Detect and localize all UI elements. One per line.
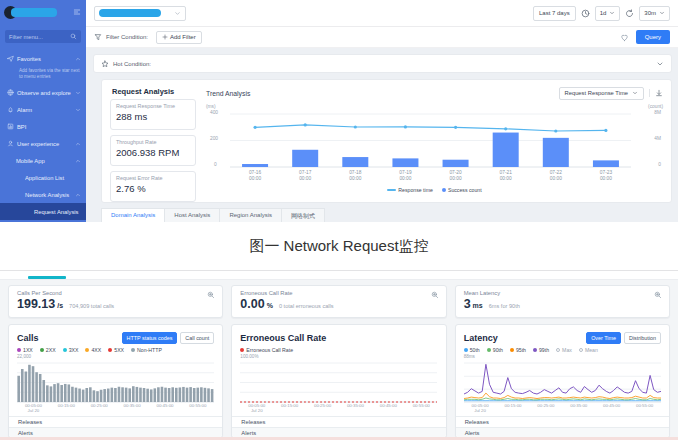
legend-item-non-http[interactable]: Non-HTTP <box>131 347 162 353</box>
legend-label: 1XX <box>23 347 33 353</box>
legend-item-5xx[interactable]: 5XX <box>108 347 124 353</box>
chevron-down-icon <box>75 107 81 113</box>
legend-item-50th[interactable]: 50th <box>464 347 480 353</box>
tab-host-analysis[interactable]: Host Analysis <box>165 208 220 222</box>
stat-title: Calls Per Second <box>17 290 214 296</box>
sidebar-collapse-icon[interactable] <box>73 8 81 16</box>
call-count-button[interactable]: Call count <box>180 332 214 344</box>
sidebar-menu: FavoritesAdd favorites via the star next… <box>0 50 86 220</box>
sidebar-item-bpi[interactable]: BPI <box>0 118 86 135</box>
legend-dot-marker <box>240 348 244 352</box>
stat-title: Erroneous Call Rate <box>240 290 437 296</box>
zoom-in-icon[interactable] <box>431 291 439 299</box>
legend-dot-marker <box>85 348 89 352</box>
sidebar-item-user-experience[interactable]: User experience <box>0 135 86 152</box>
add-filter-button[interactable]: Add Filter <box>156 31 202 44</box>
legend-item-4xx[interactable]: 4XX <box>85 347 101 353</box>
chevron-down-icon <box>659 10 665 16</box>
legend-label: 50th <box>470 347 480 353</box>
sidebar-header <box>0 0 86 26</box>
query-button[interactable]: Query <box>636 30 670 44</box>
hot-condition-bar[interactable]: Hot Condition: <box>93 54 672 73</box>
clock-icon[interactable] <box>581 9 590 18</box>
zoom-in-icon[interactable] <box>654 291 662 299</box>
x-tick: 00:15:00 <box>497 403 530 415</box>
panel-title: Calls <box>17 333 39 343</box>
legend-item-max[interactable]: Max <box>556 347 572 353</box>
radio-icon <box>579 348 583 352</box>
sidebar-item-alarm[interactable]: Alarm <box>0 101 86 118</box>
annotation-row-releases[interactable]: Releases <box>9 416 222 427</box>
legend-item-2xx[interactable]: 2XX <box>40 347 56 353</box>
legend-item-erroneous-call-rate[interactable]: Erroneous Call Rate <box>240 347 293 353</box>
sidebar-item-label: Request Analysis <box>34 209 81 215</box>
legend-label: Mean <box>585 347 598 353</box>
refresh-interval-value: 30m <box>644 10 656 16</box>
metric-request-error-rate: Request Error Rate 2.76 % <box>110 171 196 202</box>
y-tick: 0 <box>214 162 217 167</box>
erroneous-legend: Erroneous Call Rate <box>240 345 437 354</box>
over-time-button[interactable]: Over Time <box>586 332 621 344</box>
x-tick: 07-2300:00 <box>581 170 631 182</box>
sidebar-item-application-list[interactable]: Application List <box>0 169 86 186</box>
refresh-interval-select[interactable]: 30m <box>639 6 670 21</box>
stat-value: 199.13 <box>17 297 55 311</box>
legend-item-response-time[interactable]: Response time <box>387 187 433 193</box>
summary-stats-row: Calls Per Second 199.13 /s 704,909 total… <box>0 280 678 318</box>
legend-dot-marker <box>487 348 491 352</box>
granularity-select[interactable]: 1d <box>595 6 621 21</box>
stat-unit: % <box>267 302 273 309</box>
tab-region-analysis[interactable]: Region Analysis <box>220 208 282 222</box>
main-area: Last 7 days 1d 30m Filter Condition: <box>86 0 678 222</box>
metric-label: Request Response Time <box>116 103 190 109</box>
legend-item-success-count[interactable]: Success count <box>442 187 482 193</box>
globe-icon <box>7 89 14 96</box>
panel-title: Erroneous Call Rate <box>240 333 326 343</box>
stat-unit: /s <box>57 302 63 309</box>
legend-dot-marker <box>464 348 468 352</box>
metric-throughput-rate: Throughput Rate 2006.938 RPM <box>110 135 196 166</box>
filter-menu-placeholder: Filter menu... <box>9 34 43 40</box>
tab-domain-analysis[interactable]: Domain Analysis <box>101 208 165 222</box>
legend-item-3xx[interactable]: 3XX <box>63 347 79 353</box>
x-tick: 00:15:00 <box>273 403 306 415</box>
legend-dot-marker <box>40 348 44 352</box>
x-tick: 00:45:00 <box>595 403 628 415</box>
legend-item-95th[interactable]: 95th <box>510 347 526 353</box>
plus-icon <box>162 34 168 40</box>
legend-item-99th[interactable]: 99th <box>533 347 549 353</box>
annotation-row-releases[interactable]: Releases <box>456 416 669 427</box>
chart-panels-row: Calls HTTP status codes Call count 1XX2X… <box>0 318 678 438</box>
sidebar-item-favorites[interactable]: Favorites <box>0 50 86 67</box>
sidebar-item-request-analysis[interactable]: Request Analysis <box>0 203 86 220</box>
download-icon[interactable] <box>649 89 663 97</box>
metric-request-response-time: Request Response Time 288 ms <box>110 99 196 130</box>
tab-item[interactable]: 网络制式 <box>282 208 325 222</box>
chevron-down-icon[interactable] <box>656 60 664 68</box>
metric-label: Throughput Rate <box>116 139 190 145</box>
distribution-button[interactable]: Distribution <box>624 332 661 344</box>
x-tick: 00:25:00 <box>306 403 339 415</box>
radio-icon <box>556 348 560 352</box>
zoom-in-icon[interactable] <box>207 291 215 299</box>
refresh-icon[interactable] <box>625 9 634 18</box>
legend-line-marker <box>387 189 396 191</box>
legend-item-1xx[interactable]: 1XX <box>17 347 33 353</box>
sidebar-item-mobile-app[interactable]: Mobile App <box>0 152 86 169</box>
legend-item-mean[interactable]: Mean <box>579 347 598 353</box>
annotation-row-releases[interactable]: Releases <box>232 416 445 427</box>
metric-value: 2006.938 RPM <box>116 147 190 158</box>
sidebar-item-network-analysis[interactable]: Network Analysis <box>0 186 86 203</box>
chevron-down-icon <box>609 10 615 16</box>
sidebar-item-observe-and-explore[interactable]: Observe and explore <box>0 84 86 101</box>
application-selector[interactable] <box>94 6 186 21</box>
sidebar-filter-input[interactable]: Filter menu... <box>5 30 81 43</box>
x-axis: 00:05:00Jul 2000:15:0000:25:0000:35:0000… <box>17 403 214 415</box>
trend-metric-select[interactable]: Request Response Time <box>559 87 644 100</box>
time-range-button[interactable]: Last 7 days <box>533 6 576 21</box>
legend-item-90th[interactable]: 90th <box>487 347 503 353</box>
http-status-codes-button[interactable]: HTTP status codes <box>122 332 178 344</box>
legend-label: Max <box>562 347 572 353</box>
favorite-heart-icon[interactable] <box>620 33 629 42</box>
stat-value: 3 <box>464 297 471 311</box>
